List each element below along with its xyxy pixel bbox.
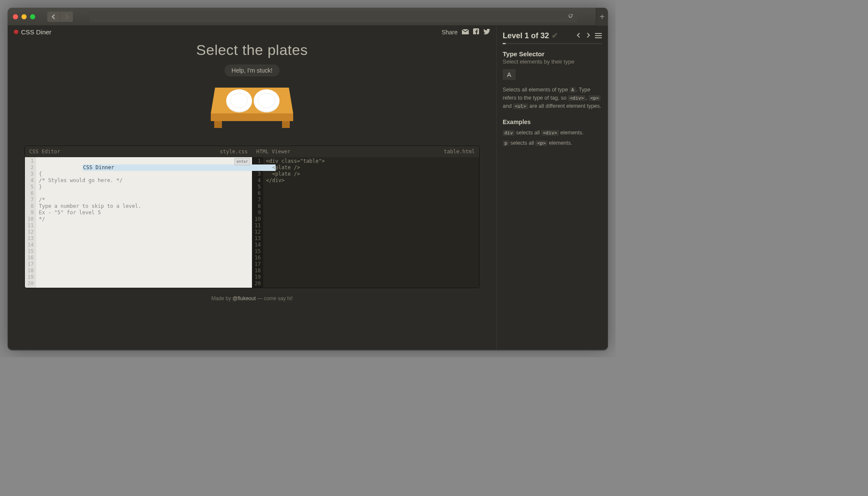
svg-rect-2 (211, 113, 293, 121)
titlebar: + (8, 8, 608, 26)
css-editor-pane: CSS Editor style.css 1234567891011121314… (25, 146, 252, 288)
share-label: Share (442, 29, 458, 36)
editor-panels: CSS Editor style.css 1234567891011121314… (25, 146, 479, 288)
syntax-pattern: A (503, 69, 516, 80)
examples-list: div selects all <div> elements.p selects… (503, 130, 602, 146)
example-row: p selects all <p> elements. (503, 140, 602, 146)
reload-icon[interactable] (568, 13, 574, 21)
back-button[interactable] (47, 12, 60, 22)
css-editor-title: CSS Editor (29, 149, 60, 155)
challenge-title: Select the plates (8, 42, 496, 58)
svg-point-9 (254, 89, 279, 112)
enter-button[interactable]: enter (234, 158, 250, 165)
new-tab-button[interactable]: + (596, 8, 608, 26)
menu-icon[interactable] (595, 33, 602, 38)
app-brand[interactable]: CSS Diner (14, 28, 52, 36)
css-line-gutter: 1234567891011121314151617181920 (25, 157, 36, 288)
level-progress (503, 43, 602, 44)
css-input[interactable]: CSS Dinner (82, 164, 276, 171)
selector-subtitle: Select elements by their type (503, 58, 602, 65)
main-area: CSS Diner Share Select the plates Help, … (8, 26, 496, 350)
forward-button[interactable] (60, 12, 73, 22)
footer-author-link[interactable]: @flukeout (233, 295, 256, 301)
next-level-button[interactable] (586, 32, 591, 40)
examples-heading: Examples (503, 119, 602, 125)
app-title: CSS Diner (21, 28, 52, 36)
css-filename: style.css (220, 149, 248, 155)
level-label: Level 1 of 32 (503, 31, 549, 40)
html-line-gutter: 1234567891011121314151617181920 (252, 157, 263, 288)
hero: Select the plates Help, I'm stuck! (8, 38, 496, 137)
brand-icon (14, 30, 18, 34)
footer: Made by @flukeout — come say hi! (8, 292, 496, 307)
browser-window: + CSS Diner Share Select the plates Help… (8, 8, 608, 350)
html-filename: table.html (444, 149, 475, 155)
svg-rect-3 (214, 121, 222, 128)
maximize-window-button[interactable] (30, 14, 35, 19)
footer-suffix: — come say hi! (256, 295, 293, 301)
svg-point-6 (226, 89, 252, 112)
facebook-icon[interactable] (473, 28, 479, 36)
css-placeholder-text: { /* Styles would go here. */ } /* Type … (39, 171, 141, 222)
page-content: CSS Diner Share Select the plates Help, … (8, 26, 608, 350)
minimize-window-button[interactable] (21, 14, 27, 19)
close-window-button[interactable] (13, 14, 18, 19)
check-icon: ✔ (552, 31, 558, 40)
app-topbar: CSS Diner Share (8, 26, 496, 38)
nav-buttons (47, 12, 73, 22)
footer-prefix: Made by (211, 295, 232, 301)
window-controls (13, 14, 35, 19)
sidebar-header: Level 1 of 32 ✔ (503, 31, 602, 40)
example-row: div selects all <div> elements. (503, 130, 602, 136)
prev-level-button[interactable] (576, 32, 581, 40)
mail-icon[interactable] (462, 29, 469, 36)
selector-title: Type Selector (503, 50, 602, 58)
help-button[interactable]: Help, I'm stuck! (225, 64, 279, 76)
html-viewer-pane: HTML Viewer table.html 12345678910111213… (252, 146, 479, 288)
table-scene (209, 84, 295, 137)
twitter-icon[interactable] (483, 29, 490, 36)
address-bar[interactable] (89, 11, 577, 22)
share-group: Share (442, 28, 490, 36)
css-code-area[interactable]: CSS Dinnerenter { /* Styles would go her… (36, 157, 252, 288)
html-code-area: <div class="table"> <plate /> <plate /> … (263, 157, 479, 288)
html-viewer-title: HTML Viewer (256, 149, 290, 155)
sidebar: Level 1 of 32 ✔ Type Selector Select ele… (496, 26, 608, 350)
svg-rect-4 (282, 121, 290, 128)
selector-description: Selects all elements of type A. Type ref… (503, 86, 602, 110)
